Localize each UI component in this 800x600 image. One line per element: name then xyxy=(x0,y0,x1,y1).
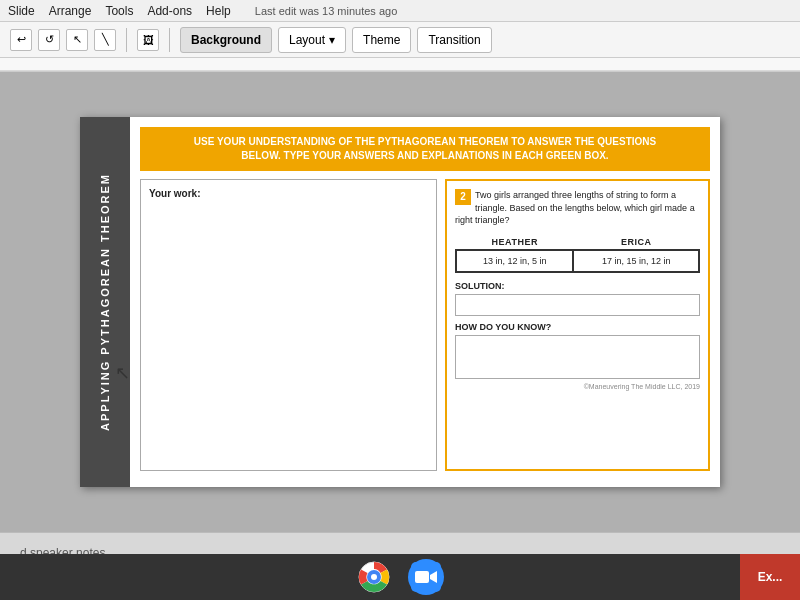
slide: Applying Pythagorean Theorem USE YOUR UN… xyxy=(80,117,720,487)
heather-values: 13 in, 12 in, 5 in xyxy=(456,250,573,272)
question-text: 2 Two girls arranged three lengths of st… xyxy=(455,189,700,227)
work-area[interactable]: Your work: xyxy=(140,179,437,471)
ruler: // drawn inline below via SVG xyxy=(0,58,800,72)
layout-label: Layout xyxy=(289,33,325,47)
image-icon[interactable]: 🖼 xyxy=(137,29,159,51)
svg-rect-7 xyxy=(415,571,429,583)
toolbar-separator-2 xyxy=(169,28,170,52)
exit-button[interactable]: Ex... xyxy=(740,554,800,600)
menu-bar: Slide Arrange Tools Add-ons Help Last ed… xyxy=(0,0,800,22)
slide-title-line1: USE YOUR UNDERSTANDING OF THE PYTHAGOREA… xyxy=(150,135,700,149)
transition-button[interactable]: Transition xyxy=(417,27,491,53)
how-do-you-know-box[interactable] xyxy=(455,335,700,379)
menu-help[interactable]: Help xyxy=(206,4,231,18)
menu-slide[interactable]: Slide xyxy=(8,4,35,18)
solution-label: SOLUTION: xyxy=(455,281,700,291)
last-edit-text: Last edit was 13 minutes ago xyxy=(255,5,397,17)
toolbar-separator-1 xyxy=(126,28,127,52)
erica-header: ERICA xyxy=(573,235,699,250)
layout-button[interactable]: Layout ▾ xyxy=(278,27,346,53)
question-body: Two girls arranged three lengths of stri… xyxy=(455,190,695,225)
line-icon[interactable]: ╲ xyxy=(94,29,116,51)
left-label-bar: Applying Pythagorean Theorem xyxy=(80,117,130,487)
cursor-icon[interactable]: ↖ xyxy=(66,29,88,51)
triangle-table: HEATHER ERICA 13 in, 12 in, 5 in 17 in, … xyxy=(455,235,700,273)
canvas-area: Applying Pythagorean Theorem USE YOUR UN… xyxy=(0,72,800,532)
copyright-text: ©Maneuvering The Middle LLC, 2019 xyxy=(455,383,700,390)
slide-main: Your work: 2 Two girls arranged three le… xyxy=(140,179,710,471)
background-button[interactable]: Background xyxy=(180,27,272,53)
question-number: 2 xyxy=(455,189,471,205)
erica-values: 17 in, 15 in, 12 in xyxy=(573,250,699,272)
menu-arrange[interactable]: Arrange xyxy=(49,4,92,18)
menu-addons[interactable]: Add-ons xyxy=(147,4,192,18)
question-area: 2 Two girls arranged three lengths of st… xyxy=(445,179,710,471)
layout-chevron-icon: ▾ xyxy=(329,33,335,47)
heather-header: HEATHER xyxy=(456,235,573,250)
slide-title: USE YOUR UNDERSTANDING OF THE PYTHAGOREA… xyxy=(140,127,710,171)
menu-tools[interactable]: Tools xyxy=(105,4,133,18)
toolbar: ↩ ↺ ↖ ╲ 🖼 Background Layout ▾ Theme Tran… xyxy=(0,22,800,58)
chrome-icon[interactable] xyxy=(356,559,392,595)
slide-content: USE YOUR UNDERSTANDING OF THE PYTHAGOREA… xyxy=(130,117,720,487)
svg-point-5 xyxy=(371,574,377,580)
how-do-you-know-label: HOW DO YOU KNOW? xyxy=(455,322,700,332)
theme-button[interactable]: Theme xyxy=(352,27,411,53)
taskbar: Ex... xyxy=(0,554,800,600)
undo-icon[interactable]: ↩ xyxy=(10,29,32,51)
redo-icon[interactable]: ↺ xyxy=(38,29,60,51)
solution-answer-box[interactable] xyxy=(455,294,700,316)
work-label: Your work: xyxy=(149,188,428,199)
slide-title-line2: BELOW. TYPE YOUR ANSWERS AND EXPLANATION… xyxy=(150,149,700,163)
zoom-icon[interactable] xyxy=(408,559,444,595)
slide-left-label: Applying Pythagorean Theorem xyxy=(99,173,111,431)
